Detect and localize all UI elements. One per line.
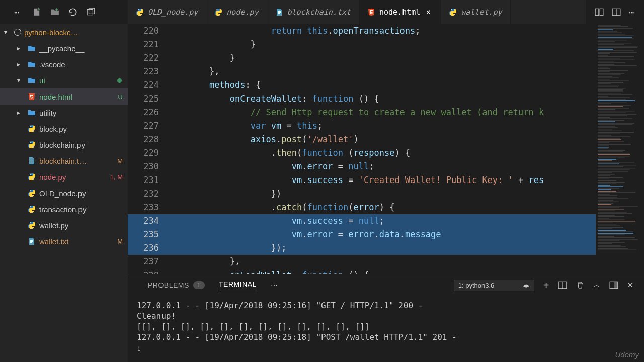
svg-rect-8 xyxy=(595,9,599,16)
chevron-down-icon: ▾ xyxy=(4,29,11,36)
terminal-selector[interactable]: 1: python3.6 ◂▸ xyxy=(454,280,534,291)
git-annotation: 1, M xyxy=(110,173,123,181)
editor-tabs: OLD_node.pynode.pyblockchain.txtnode.htm… xyxy=(128,0,586,24)
python-icon xyxy=(136,8,144,16)
tree-label: blockchain.t… xyxy=(39,157,114,165)
tab-blockchain-txt[interactable]: blockchain.txt xyxy=(267,0,359,24)
collapse-icon[interactable] xyxy=(87,8,96,17)
python-icon xyxy=(27,221,36,230)
tree-item-block-py[interactable]: block.py xyxy=(0,121,128,137)
code-content[interactable]: return this.openTransactions; } } }, met… xyxy=(168,24,596,274)
svg-point-6 xyxy=(451,9,452,10)
tree-item--vscode[interactable]: ▸.vscode xyxy=(0,56,128,72)
tab-terminal[interactable]: TERMINAL xyxy=(219,280,257,290)
svg-point-7 xyxy=(454,14,455,15)
file-explorer: ▾ python-blockc… ▸__pycache__▸.vscode▾ui… xyxy=(0,24,128,362)
tree-label: OLD_node.py xyxy=(39,189,128,198)
svg-point-20 xyxy=(30,206,31,207)
tree-item-transaction-py[interactable]: transaction.py xyxy=(0,201,128,217)
minimap[interactable] xyxy=(596,24,644,274)
compare-icon[interactable] xyxy=(595,8,604,17)
svg-point-18 xyxy=(30,190,31,191)
tree-item-blockchain-t-[interactable]: blockchain.t…M xyxy=(0,153,128,169)
tree-item-wallet-txt[interactable]: wallet.txtM xyxy=(0,233,128,249)
tab-label: node.html xyxy=(379,8,420,17)
python-icon xyxy=(449,8,457,16)
tree-item-node-html[interactable]: node.htmlU xyxy=(0,88,128,105)
svg-point-4 xyxy=(217,9,218,10)
gutter: 2202212222232242252262272282292302312322… xyxy=(128,24,168,274)
svg-point-13 xyxy=(33,131,34,132)
tree-label: utility xyxy=(39,109,128,117)
folder-icon xyxy=(27,108,36,117)
text-icon xyxy=(275,8,283,16)
tab-wallet-py[interactable]: wallet.py xyxy=(441,0,510,24)
chevron-icon: ▾ xyxy=(17,77,24,84)
more-icon[interactable]: ⋯ xyxy=(629,8,635,17)
tree-label: node.py xyxy=(39,173,107,182)
svg-point-17 xyxy=(33,179,34,180)
tree-label: __pycache__ xyxy=(39,44,128,53)
split-editor-icon[interactable] xyxy=(612,8,621,17)
problems-label: PROBLEMS xyxy=(148,281,189,289)
tree-label: ui xyxy=(39,76,114,85)
tab-node-py[interactable]: node.py xyxy=(206,0,267,24)
tree-item-__pycache__[interactable]: ▸__pycache__ xyxy=(0,40,128,56)
panel-overflow-icon[interactable]: ⋯ xyxy=(271,281,279,289)
tab-label: OLD_node.py xyxy=(148,8,198,17)
svg-rect-9 xyxy=(600,9,603,16)
tab-label: blockchain.txt xyxy=(287,8,351,17)
git-status-dot-icon xyxy=(117,78,122,83)
python-icon xyxy=(27,140,36,149)
svg-rect-27 xyxy=(615,282,618,289)
code-editor[interactable]: 2202212222232242252262272282292302312322… xyxy=(128,24,644,274)
tab-label: wallet.py xyxy=(461,8,502,17)
tab-node-html[interactable]: node.html× xyxy=(359,0,441,24)
text-icon xyxy=(27,237,36,246)
svg-point-14 xyxy=(30,142,31,143)
tab-OLD_node-py[interactable]: OLD_node.py xyxy=(128,0,206,24)
svg-point-19 xyxy=(33,195,34,196)
python-icon xyxy=(27,189,36,198)
tree-label: wallet.py xyxy=(39,221,128,230)
svg-point-12 xyxy=(30,126,31,127)
tab-problems[interactable]: PROBLEMS 1 xyxy=(148,281,205,289)
close-panel-icon[interactable]: × xyxy=(627,280,633,291)
tree-item-node-py[interactable]: node.py1, M xyxy=(0,169,128,185)
svg-point-2 xyxy=(138,9,139,10)
maximize-panel-icon[interactable] xyxy=(609,281,618,290)
folder-icon xyxy=(27,60,36,69)
close-icon[interactable]: × xyxy=(424,8,432,17)
split-terminal-icon[interactable] xyxy=(558,281,567,290)
python-icon xyxy=(27,124,36,133)
watermark: Udemy xyxy=(615,350,639,359)
tree-root[interactable]: ▾ python-blockc… xyxy=(0,24,128,40)
tree-item-ui[interactable]: ▾ui xyxy=(0,72,128,88)
tree-label: .vscode xyxy=(39,60,128,69)
new-terminal-icon[interactable]: + xyxy=(543,280,549,291)
python-icon xyxy=(214,8,222,16)
folder-icon xyxy=(27,76,36,85)
tab-actions: ⋯ xyxy=(586,8,644,17)
tree-item-utility[interactable]: ▸utility xyxy=(0,105,128,121)
root-label: python-blockc… xyxy=(24,28,128,37)
svg-point-23 xyxy=(33,227,34,228)
trash-icon[interactable] xyxy=(576,281,584,289)
problems-badge: 1 xyxy=(193,281,205,289)
tree-label: block.py xyxy=(39,125,128,133)
svg-point-15 xyxy=(33,147,34,148)
chevron-up-icon[interactable]: ︿ xyxy=(593,281,600,290)
tree-item-blockchain-py[interactable]: blockchain.py xyxy=(0,137,128,153)
tree-item-wallet-py[interactable]: wallet.py xyxy=(0,217,128,233)
svg-point-16 xyxy=(30,174,31,175)
git-annotation: M xyxy=(117,157,123,165)
terminal-output[interactable]: 127.0.0.1 - - [19/Apr/2018 09:25:16] "GE… xyxy=(128,296,644,362)
chevron-icon: ▸ xyxy=(17,61,24,68)
new-folder-icon[interactable] xyxy=(50,8,59,17)
refresh-icon[interactable] xyxy=(68,8,77,17)
menu-icon[interactable]: ⋯ xyxy=(14,8,23,17)
tree-item-OLD_node-py[interactable]: OLD_node.py xyxy=(0,185,128,201)
new-file-icon[interactable] xyxy=(32,8,41,17)
tree-label: wallet.txt xyxy=(39,237,114,246)
terminal-label: TERMINAL xyxy=(219,280,257,288)
